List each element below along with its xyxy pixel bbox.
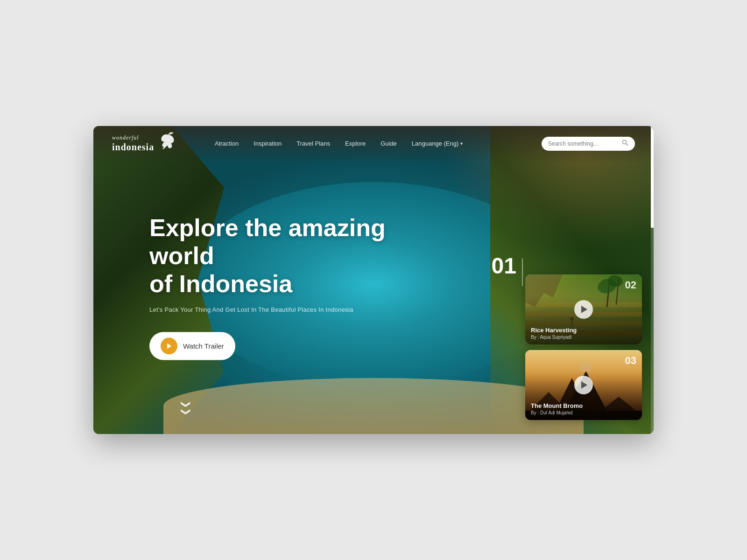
video-play-button-rice[interactable] — [574, 300, 593, 319]
watch-trailer-button[interactable]: Watch Trailer — [149, 332, 235, 360]
nav-atraction[interactable]: Atraction — [215, 140, 239, 147]
play-circle-icon — [161, 338, 177, 355]
hero-content: Explore the amazing world of Indonesia L… — [149, 214, 430, 360]
page-wrapper: wonderful indonesia Atraction Inspiratio… — [93, 126, 654, 434]
logo-area: wonderful indonesia — [112, 131, 187, 156]
nav-inspiration[interactable]: Inspiration — [254, 140, 282, 147]
card-author-bromo: By : Dul Adi Mujahid — [531, 410, 636, 415]
nav-travel-plans[interactable]: Travel Plans — [296, 140, 330, 147]
logo-text: wonderful indonesia — [112, 134, 154, 152]
play-triangle-icon-bromo — [581, 381, 587, 389]
nav-language[interactable]: Languange (Eng) ▾ — [412, 140, 463, 147]
progress-fill — [651, 126, 654, 228]
video-card-rice[interactable]: 02 Rice Harvesting By : Aqua Supriyadi — [525, 274, 642, 344]
svg-marker-2 — [167, 343, 171, 349]
video-card-bromo[interactable]: 03 The Mount Bromo By : Dul Adi Mujahid — [525, 350, 642, 420]
slide-line — [522, 259, 523, 287]
navbar: wonderful indonesia Atraction Inspiratio… — [93, 126, 654, 161]
search-input[interactable] — [548, 140, 622, 147]
video-play-button-bromo[interactable] — [574, 376, 593, 394]
logo-indonesia: indonesia — [112, 141, 154, 153]
beach-sand — [163, 378, 584, 434]
card-title-rice: Rice Harvesting — [531, 327, 636, 334]
hero-title: Explore the amazing world of Indonesia — [149, 214, 430, 298]
svg-point-0 — [623, 140, 627, 144]
svg-line-1 — [626, 143, 628, 146]
search-bar[interactable] — [542, 137, 635, 151]
search-icon — [622, 140, 628, 148]
card-number-03: 03 — [625, 355, 636, 367]
card-title-bromo: The Mount Bromo — [531, 402, 636, 409]
lang-arrow-icon: ▾ — [460, 141, 463, 146]
nav-guide[interactable]: Guide — [381, 140, 397, 147]
play-triangle-icon — [581, 306, 587, 313]
scroll-chevrons[interactable]: ❯ ❯ — [182, 400, 190, 415]
logo-bird-icon — [158, 131, 179, 156]
slide-number: 01 — [492, 255, 516, 277]
card-number-02: 02 — [625, 279, 636, 291]
video-cards-panel: 02 Rice Harvesting By : Aqua Supriyadi — [525, 274, 642, 420]
card-info-bromo: The Mount Bromo By : Dul Adi Mujahid — [525, 398, 642, 420]
hero-subtitle: Let's Pack Your Thing And Get Lost In Th… — [149, 307, 430, 314]
chevron-down-icon-2: ❯ — [183, 408, 190, 416]
nav-links: Atraction Inspiration Travel Plans Explo… — [215, 140, 542, 147]
logo-wonderful: wonderful — [112, 134, 154, 141]
nav-explore[interactable]: Explore — [345, 140, 366, 147]
watch-trailer-label: Watch Trailer — [183, 342, 224, 350]
chevron-down-icon-1: ❯ — [183, 400, 190, 408]
card-author-rice: By : Aqua Supriyadi — [531, 335, 636, 340]
card-info-rice: Rice Harvesting By : Aqua Supriyadi — [525, 322, 642, 344]
slide-indicator: 01 — [492, 255, 523, 287]
progress-bar — [651, 126, 654, 434]
